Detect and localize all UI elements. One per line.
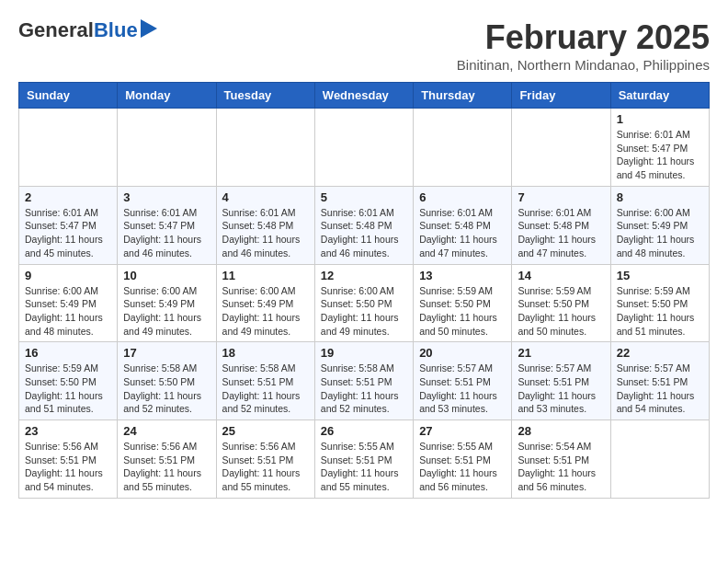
calendar-day-cell: 23Sunrise: 5:56 AM Sunset: 5:51 PM Dayli…: [19, 420, 118, 499]
day-number: 25: [222, 424, 309, 438]
calendar-day-cell: 20Sunrise: 5:57 AM Sunset: 5:51 PM Dayli…: [414, 342, 512, 420]
day-number: 4: [222, 190, 309, 204]
calendar-day-cell: 24Sunrise: 5:56 AM Sunset: 5:51 PM Dayli…: [118, 420, 216, 499]
day-info: Sunrise: 5:57 AM Sunset: 5:51 PM Dayligh…: [419, 362, 506, 416]
calendar-day-cell: 28Sunrise: 5:54 AM Sunset: 5:51 PM Dayli…: [512, 420, 610, 499]
calendar-day-cell: [610, 420, 709, 499]
day-number: 2: [25, 190, 111, 204]
calendar-day-header: Sunday: [19, 83, 118, 109]
day-number: 24: [123, 424, 210, 438]
calendar-day-header: Wednesday: [314, 83, 413, 109]
day-number: 27: [419, 424, 506, 438]
calendar-day-cell: 3Sunrise: 6:01 AM Sunset: 5:47 PM Daylig…: [118, 186, 216, 264]
calendar-day-cell: 2Sunrise: 6:01 AM Sunset: 5:47 PM Daylig…: [19, 186, 118, 264]
day-info: Sunrise: 5:55 AM Sunset: 5:51 PM Dayligh…: [419, 440, 506, 494]
calendar-day-header: Thursday: [414, 83, 512, 109]
calendar-day-cell: [414, 109, 512, 187]
day-number: 21: [518, 346, 604, 360]
calendar-day-cell: 27Sunrise: 5:55 AM Sunset: 5:51 PM Dayli…: [414, 420, 512, 499]
day-number: 11: [222, 269, 309, 282]
day-number: 14: [518, 269, 604, 282]
day-info: Sunrise: 5:57 AM Sunset: 5:51 PM Dayligh…: [518, 362, 604, 416]
logo-blue-text: Blue: [94, 18, 138, 42]
calendar-day-header: Friday: [512, 83, 610, 109]
calendar-day-cell: 13Sunrise: 5:59 AM Sunset: 5:50 PM Dayli…: [414, 264, 512, 342]
day-number: 16: [25, 346, 111, 360]
calendar-day-cell: 15Sunrise: 5:59 AM Sunset: 5:50 PM Dayli…: [610, 264, 709, 342]
calendar-day-cell: 4Sunrise: 6:01 AM Sunset: 5:48 PM Daylig…: [216, 186, 314, 264]
calendar-day-cell: 9Sunrise: 6:00 AM Sunset: 5:49 PM Daylig…: [19, 264, 118, 342]
day-info: Sunrise: 6:01 AM Sunset: 5:47 PM Dayligh…: [617, 128, 703, 182]
day-info: Sunrise: 6:01 AM Sunset: 5:48 PM Dayligh…: [222, 206, 309, 260]
day-number: 1: [617, 112, 703, 126]
calendar-day-cell: 8Sunrise: 6:00 AM Sunset: 5:49 PM Daylig…: [610, 186, 709, 264]
calendar-header-row: SundayMondayTuesdayWednesdayThursdayFrid…: [19, 83, 710, 109]
day-number: 17: [123, 346, 210, 360]
day-number: 28: [518, 424, 604, 438]
calendar-day-cell: [314, 109, 413, 187]
calendar-day-cell: [19, 109, 118, 187]
day-info: Sunrise: 5:56 AM Sunset: 5:51 PM Dayligh…: [123, 440, 210, 494]
calendar-day-cell: 17Sunrise: 5:58 AM Sunset: 5:50 PM Dayli…: [118, 342, 216, 420]
month-title: February 2025: [457, 18, 710, 57]
calendar-day-cell: [512, 109, 610, 187]
day-number: 10: [123, 269, 210, 282]
calendar-day-cell: 25Sunrise: 5:56 AM Sunset: 5:51 PM Dayli…: [216, 420, 314, 499]
calendar-day-header: Monday: [118, 83, 216, 109]
logo-arrow-icon: [141, 19, 157, 38]
day-info: Sunrise: 6:00 AM Sunset: 5:50 PM Dayligh…: [321, 284, 407, 339]
day-info: Sunrise: 6:01 AM Sunset: 5:48 PM Dayligh…: [321, 206, 407, 260]
day-number: 6: [419, 190, 506, 204]
day-info: Sunrise: 5:55 AM Sunset: 5:51 PM Dayligh…: [321, 440, 407, 494]
day-number: 8: [617, 190, 703, 204]
day-number: 19: [321, 346, 407, 360]
calendar-day-cell: 5Sunrise: 6:01 AM Sunset: 5:48 PM Daylig…: [314, 186, 413, 264]
calendar-day-cell: 21Sunrise: 5:57 AM Sunset: 5:51 PM Dayli…: [512, 342, 610, 420]
calendar-week-row: 2Sunrise: 6:01 AM Sunset: 5:47 PM Daylig…: [19, 186, 710, 264]
title-block: February 2025 Binitinan, Northern Mindan…: [457, 18, 710, 73]
day-number: 13: [419, 269, 506, 282]
calendar-day-cell: 7Sunrise: 6:01 AM Sunset: 5:48 PM Daylig…: [512, 186, 610, 264]
day-info: Sunrise: 5:59 AM Sunset: 5:50 PM Dayligh…: [518, 284, 604, 339]
day-info: Sunrise: 6:00 AM Sunset: 5:49 PM Dayligh…: [25, 284, 111, 339]
day-info: Sunrise: 6:01 AM Sunset: 5:48 PM Dayligh…: [518, 206, 604, 260]
day-info: Sunrise: 5:56 AM Sunset: 5:51 PM Dayligh…: [222, 440, 309, 494]
calendar-week-row: 9Sunrise: 6:00 AM Sunset: 5:49 PM Daylig…: [19, 264, 710, 342]
logo-general-text: General: [18, 18, 94, 42]
calendar-day-cell: 16Sunrise: 5:59 AM Sunset: 5:50 PM Dayli…: [19, 342, 118, 420]
calendar-day-cell: 11Sunrise: 6:00 AM Sunset: 5:49 PM Dayli…: [216, 264, 314, 342]
logo: General Blue: [18, 18, 157, 42]
day-info: Sunrise: 5:58 AM Sunset: 5:50 PM Dayligh…: [123, 362, 210, 416]
day-number: 7: [518, 190, 604, 204]
day-number: 5: [321, 190, 407, 204]
calendar-week-row: 16Sunrise: 5:59 AM Sunset: 5:50 PM Dayli…: [19, 342, 710, 420]
calendar-day-cell: [118, 109, 216, 187]
calendar-day-cell: 22Sunrise: 5:57 AM Sunset: 5:51 PM Dayli…: [610, 342, 709, 420]
page-header: General Blue February 2025 Binitinan, No…: [18, 18, 710, 73]
day-info: Sunrise: 5:54 AM Sunset: 5:51 PM Dayligh…: [518, 440, 604, 494]
day-info: Sunrise: 5:58 AM Sunset: 5:51 PM Dayligh…: [321, 362, 407, 416]
calendar-day-cell: 6Sunrise: 6:01 AM Sunset: 5:48 PM Daylig…: [414, 186, 512, 264]
day-number: 9: [25, 269, 111, 282]
calendar-table: SundayMondayTuesdayWednesdayThursdayFrid…: [18, 82, 710, 499]
day-info: Sunrise: 5:59 AM Sunset: 5:50 PM Dayligh…: [419, 284, 506, 339]
calendar-day-cell: 1Sunrise: 6:01 AM Sunset: 5:47 PM Daylig…: [610, 109, 709, 187]
calendar-day-cell: 19Sunrise: 5:58 AM Sunset: 5:51 PM Dayli…: [314, 342, 413, 420]
calendar-week-row: 1Sunrise: 6:01 AM Sunset: 5:47 PM Daylig…: [19, 109, 710, 187]
day-number: 26: [321, 424, 407, 438]
day-info: Sunrise: 6:00 AM Sunset: 5:49 PM Dayligh…: [617, 206, 703, 260]
day-number: 18: [222, 346, 309, 360]
day-info: Sunrise: 5:57 AM Sunset: 5:51 PM Dayligh…: [617, 362, 703, 416]
day-info: Sunrise: 6:00 AM Sunset: 5:49 PM Dayligh…: [123, 284, 210, 339]
day-number: 20: [419, 346, 506, 360]
day-info: Sunrise: 5:56 AM Sunset: 5:51 PM Dayligh…: [25, 440, 111, 494]
calendar-day-cell: 12Sunrise: 6:00 AM Sunset: 5:50 PM Dayli…: [314, 264, 413, 342]
day-number: 22: [617, 346, 703, 360]
day-info: Sunrise: 6:00 AM Sunset: 5:49 PM Dayligh…: [222, 284, 309, 339]
day-number: 3: [123, 190, 210, 204]
calendar-day-cell: 10Sunrise: 6:00 AM Sunset: 5:49 PM Dayli…: [118, 264, 216, 342]
day-number: 12: [321, 269, 407, 282]
day-info: Sunrise: 6:01 AM Sunset: 5:47 PM Dayligh…: [123, 206, 210, 260]
calendar-week-row: 23Sunrise: 5:56 AM Sunset: 5:51 PM Dayli…: [19, 420, 710, 499]
day-number: 15: [617, 269, 703, 282]
